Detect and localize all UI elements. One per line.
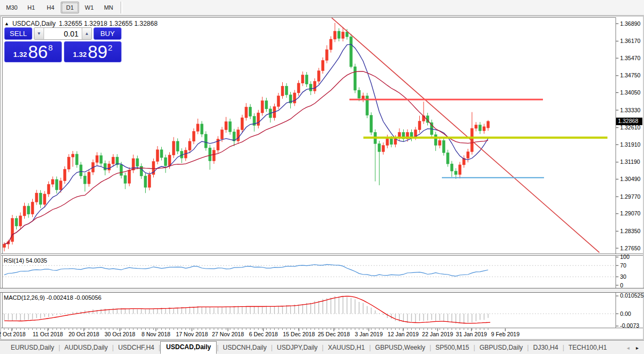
candle-body xyxy=(439,141,441,146)
candle-body xyxy=(160,150,163,157)
candle-body xyxy=(418,121,421,129)
candle-body xyxy=(209,148,211,161)
price-tick-label: 1.33330 xyxy=(620,107,641,113)
tab-audusd-daily[interactable]: AUDUSD,Daily xyxy=(60,342,112,354)
rsi-macd-splitter[interactable] xyxy=(0,288,644,292)
volume-increase-button[interactable]: ▲ xyxy=(82,28,91,39)
price-tick-label: 1.34050 xyxy=(620,89,641,96)
candle-body xyxy=(136,158,139,166)
timeframe-button-h4[interactable]: H4 xyxy=(41,2,60,13)
tab-usdjpy-daily[interactable]: USDJPY,Daily xyxy=(273,342,322,354)
rsi-tick-label: 0 xyxy=(620,282,624,288)
buy-price-panel[interactable]: 1.32 89 2 xyxy=(64,41,121,62)
candle-body xyxy=(96,156,98,163)
candle-body xyxy=(189,141,191,150)
candle-body xyxy=(168,155,171,166)
candle-body xyxy=(450,164,453,171)
candle-body xyxy=(205,134,207,148)
tab-eurusd-daily[interactable]: EURUSD,Daily xyxy=(6,342,59,354)
candle-body xyxy=(237,130,240,141)
candle-body xyxy=(55,179,58,190)
date-label: 30 Oct 2018 xyxy=(104,331,135,337)
buy-price-prefix: 1.32 xyxy=(73,50,87,59)
toolbar-separator xyxy=(120,2,123,13)
chart-canvas[interactable]: 1.368901.361701.354701.347501.340501.333… xyxy=(0,16,644,340)
candle-body xyxy=(479,125,482,131)
candle-body xyxy=(124,176,127,183)
tab-dj30-h4[interactable]: DJ30,H4 xyxy=(529,342,563,354)
collapse-chart-icon[interactable]: ▲ xyxy=(4,21,9,26)
chart-window: 1.368901.361701.354701.347501.340501.333… xyxy=(0,16,644,340)
candle-body xyxy=(164,157,167,165)
candle-body xyxy=(197,124,199,132)
candle-body xyxy=(459,165,461,175)
candle-body xyxy=(318,71,320,81)
tab-gbpusd-daily[interactable]: GBPUSD,Daily xyxy=(475,342,527,354)
candle-body xyxy=(15,218,18,226)
tab-xauusd-h1[interactable]: XAUUSD,H1 xyxy=(324,342,369,354)
timeframe-button-d1[interactable]: D1 xyxy=(61,2,79,13)
candle-body xyxy=(390,139,393,144)
macd-tick-label: -0.0073 xyxy=(620,322,640,329)
candle-body xyxy=(410,132,413,137)
candle-body xyxy=(321,60,324,70)
rsi-line xyxy=(4,264,488,276)
symbol-tabbar: EURUSD,Daily|AUDUSD,Daily|USDCHF,H4|USDC… xyxy=(0,340,644,354)
tab-usdcad-daily[interactable]: USDCAD,Daily xyxy=(160,341,217,354)
candle-body xyxy=(285,86,288,95)
candle-body xyxy=(297,83,300,93)
candle-body xyxy=(76,154,78,165)
date-label: 27 Nov 2018 xyxy=(212,331,244,337)
date-label: 8 Nov 2018 xyxy=(141,331,170,337)
macd-indicator-label: MACD(12,26,9) -0.002418 -0.005056 xyxy=(4,294,102,301)
candle-body xyxy=(281,86,284,96)
volume-decrease-button[interactable]: ▼ xyxy=(34,28,44,39)
sell-price-panel[interactable]: 1.32 86 8 xyxy=(4,41,62,62)
candle-body xyxy=(475,125,477,128)
buy-button[interactable]: BUY xyxy=(94,27,121,40)
candle-body xyxy=(176,141,179,151)
descending-trendline[interactable] xyxy=(332,18,599,252)
tab-sp500-m15[interactable]: SP500,M15 xyxy=(431,342,474,354)
tab-scroll-left-icon[interactable]: ◂ xyxy=(627,345,629,351)
sma-fast-line xyxy=(4,44,488,244)
candle-body xyxy=(249,107,252,116)
candle-body xyxy=(104,163,106,170)
candle-body xyxy=(229,121,232,132)
volume-field[interactable]: 0.01 xyxy=(44,28,82,39)
candle-body xyxy=(201,124,203,134)
candle-body xyxy=(358,90,361,98)
date-label: 15 Dec 2018 xyxy=(283,331,315,337)
current-price-label: 1.32868 xyxy=(618,118,639,124)
timeframe-toolbar: M30H1H4D1W1MN xyxy=(0,0,644,16)
candle-body xyxy=(386,139,389,145)
candle-body xyxy=(313,81,316,91)
sell-button[interactable]: SELL xyxy=(4,27,32,40)
tab-tech100-h1[interactable]: TECH100,H1 xyxy=(564,342,611,354)
candle-body xyxy=(350,37,353,67)
macd-tick-label: 0.00 xyxy=(620,310,632,317)
date-label: 11 Oct 2018 xyxy=(33,331,63,337)
candle-body xyxy=(44,194,46,204)
tab-usdchf-h4[interactable]: USDCHF,H4 xyxy=(114,342,159,354)
volume-stepper: ▼ 0.01 ▲ xyxy=(34,27,92,40)
candle-body xyxy=(3,244,6,247)
candle-body xyxy=(128,170,131,183)
tab-gbpusd-weekly[interactable]: GBPUSD,Weekly xyxy=(371,342,430,354)
price-tick-label: 1.28350 xyxy=(620,228,641,234)
timeframe-button-mn[interactable]: MN xyxy=(99,2,118,13)
timeframe-button-m30[interactable]: M30 xyxy=(3,2,21,13)
date-label: 22 Jan 2019 xyxy=(422,331,453,337)
candle-body xyxy=(84,176,87,184)
tab-scroll-right-icon[interactable]: ▸ xyxy=(636,345,639,351)
price-tick-label: 1.34750 xyxy=(620,72,641,78)
timeframe-button-h1[interactable]: H1 xyxy=(22,2,40,13)
timeframe-button-w1[interactable]: W1 xyxy=(80,2,98,13)
candle-body xyxy=(467,151,469,158)
date-label: 6 Dec 2018 xyxy=(249,331,278,337)
chart-title: ▲ USDCAD,Daily 1.32655 1.32918 1.32655 1… xyxy=(4,20,158,27)
candle-body xyxy=(442,141,445,153)
tab-usdcnh-daily[interactable]: USDCNH,Daily xyxy=(219,342,271,354)
candle-body xyxy=(225,121,227,129)
date-label: 12 Jan 2019 xyxy=(388,331,419,337)
